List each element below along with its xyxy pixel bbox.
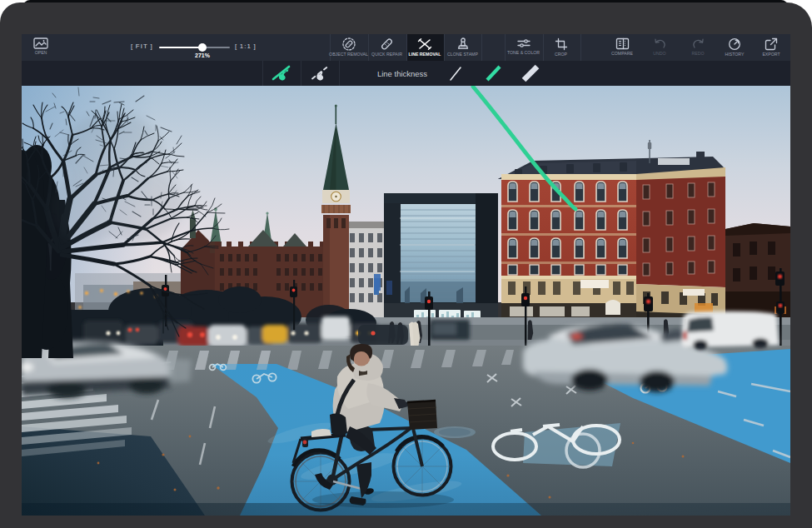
svg-text:Line thickness: Line thickness — [377, 69, 427, 78]
